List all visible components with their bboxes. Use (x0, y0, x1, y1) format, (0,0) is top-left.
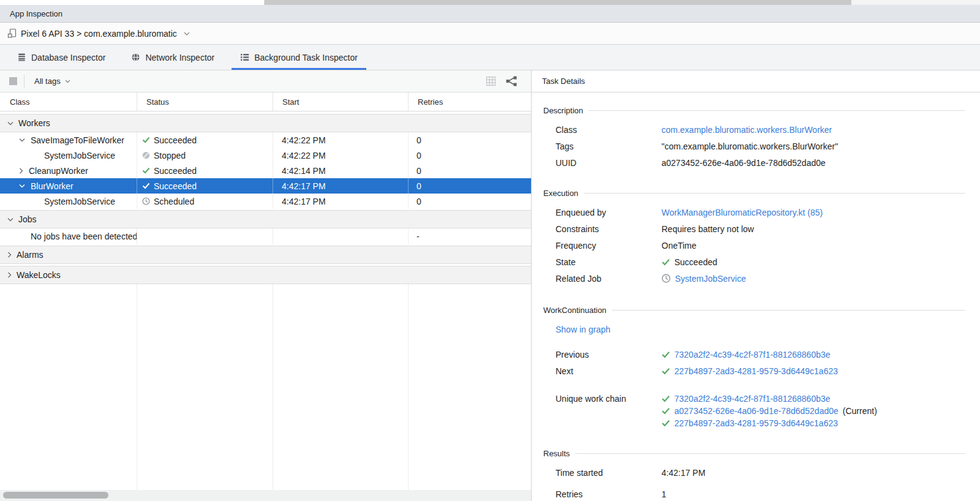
next-work-link[interactable]: 227b4897-2ad3-4281-9579-3d6449c1a623 (674, 366, 838, 376)
chevron-down-icon (184, 32, 190, 36)
column-header-retries[interactable]: Retries (409, 92, 531, 111)
section-rule (584, 193, 965, 194)
tab-label: Database Inspector (31, 53, 105, 62)
table-row[interactable]: SystemJobService Stopped 4:42:22 PM 0 (0, 148, 531, 163)
group-row-alarms[interactable]: Alarms (0, 246, 531, 264)
task-details-panel: Task Details Description Class com.examp… (532, 70, 980, 501)
task-details-header: Task Details (532, 70, 980, 92)
succeeded-icon (662, 351, 670, 358)
detail-row-related-job: Related Job SystemJobService (543, 270, 965, 287)
detail-row-uuid: UUID a0273452-626e-4a06-9d1e-78d6d52dad0… (543, 154, 965, 171)
all-tags-label: All tags (34, 77, 61, 86)
chain-entry: 7320a2f2-4c39-4c2f-87f1-881268860b3e (662, 393, 877, 405)
graph-view-icon[interactable] (506, 76, 518, 86)
succeeded-icon (142, 167, 150, 174)
uuid-value: a0273452-626e-4a06-9d1e-78d6d52dad0e (662, 158, 826, 168)
unique-work-chain: Unique work chain 7320a2f2-4c39-4c2f-87f… (543, 393, 965, 429)
worker-class: CleanupWorker (29, 166, 88, 176)
group-label: WakeLocks (17, 270, 61, 280)
succeeded-icon (662, 367, 670, 375)
top-strip-light (0, 0, 265, 5)
group-row-jobs[interactable]: Jobs (0, 210, 531, 228)
status-text: Succeeded (154, 135, 197, 145)
tab-network-inspector[interactable]: Network Inspector (123, 45, 223, 70)
table-row[interactable]: CleanupWorker Succeeded 4:42:14 PM 0 (0, 163, 531, 178)
table-body: Workers SaveImageToFileWorker Succeeded … (0, 111, 531, 501)
tab-database-inspector[interactable]: Database Inspector (9, 45, 114, 70)
chevron-down-icon[interactable] (19, 184, 25, 188)
globe-icon (131, 53, 140, 62)
chain-work-link[interactable]: 7320a2f2-4c39-4c2f-87f1-881268860b3e (674, 394, 831, 404)
enqueued-by-link[interactable]: WorkManagerBluromaticRepository.kt (85) (662, 208, 823, 217)
horizontal-scrollbar[interactable] (0, 490, 531, 501)
detail-row-retries: Retries 1 (543, 486, 965, 501)
view-mode-buttons (486, 76, 524, 86)
chevron-down-icon[interactable] (7, 217, 13, 222)
detail-row-time-started: Time started 4:42:17 PM (543, 464, 965, 481)
top-strip-dark (265, 0, 851, 5)
task-details-title: Task Details (542, 77, 585, 86)
tab-background-task-inspector[interactable]: Background Task Inspector (232, 45, 366, 70)
top-strip-right (851, 0, 980, 5)
time-started-value: 4:42:17 PM (662, 468, 706, 478)
chain-work-link[interactable]: a0273452-626e-4a06-9d1e-78d6d52dad0e (674, 406, 839, 416)
window-top-strip (0, 0, 980, 5)
column-divider (137, 284, 137, 490)
app-inspection-title: App Inspection (10, 9, 62, 18)
section-description: Description (543, 106, 965, 115)
previous-work-link[interactable]: 7320a2f2-4c39-4c2f-87f1-881268860b3e (674, 350, 831, 360)
table-row-selected[interactable]: BlurWorker Succeeded 4:42:17 PM 0 (0, 178, 531, 194)
database-icon (17, 53, 26, 62)
state-value: Succeeded (674, 257, 717, 267)
group-label: Alarms (17, 250, 43, 260)
status-text: Scheduled (154, 197, 194, 206)
show-in-graph-link[interactable]: Show in graph (556, 325, 611, 334)
results-retries-value: 1 (662, 489, 666, 499)
show-in-graph-row: Show in graph (543, 321, 965, 337)
group-row-workers[interactable]: Workers (0, 114, 531, 132)
class-link[interactable]: com.example.bluromatic.workers.BlurWorke… (662, 125, 832, 135)
table-toolbar: All tags (0, 70, 531, 92)
clock-icon (662, 274, 671, 283)
task-details-content: Description Class com.example.bluromatic… (532, 92, 980, 501)
chain-entry: 227b4897-2ad3-4281-9579-3d6449c1a623 (662, 417, 877, 429)
device-selector-bar[interactable]: Pixel 6 API 33 > com.example.bluromatic (0, 23, 980, 45)
column-header-status[interactable]: Status (137, 92, 273, 111)
chevron-down-icon[interactable] (19, 138, 25, 142)
retries-count: 0 (417, 197, 421, 206)
table-row-empty-jobs: No jobs have been detected - (0, 228, 531, 244)
scrollbar-thumb[interactable] (3, 492, 108, 499)
table-column-headers: Class Status Start Retries (0, 92, 531, 111)
related-job-link[interactable]: SystemJobService (675, 274, 746, 284)
column-header-class[interactable]: Class (0, 92, 137, 111)
table-row[interactable]: SaveImageToFileWorker Succeeded 4:42:22 … (0, 132, 531, 148)
column-header-start[interactable]: Start (273, 92, 409, 111)
task-table-panel: All tags (0, 70, 532, 501)
column-divider (408, 284, 409, 490)
detail-row-next: Next 227b4897-2ad3-4281-9579-3d6449c1a62… (543, 363, 965, 379)
table-row[interactable]: SystemJobService Scheduled 4:42:17 PM 0 (0, 194, 531, 209)
table-empty-area (0, 284, 531, 490)
status-text: Stopped (154, 151, 186, 160)
chevron-right-icon[interactable] (7, 272, 12, 278)
frequency-value: OneTime (662, 241, 696, 250)
device-selector-label: Pixel 6 API 33 > com.example.bluromatic (21, 29, 177, 39)
section-execution: Execution (543, 189, 965, 198)
chain-work-link[interactable]: 227b4897-2ad3-4281-9579-3d6449c1a623 (674, 418, 838, 428)
retries-count: 0 (417, 181, 421, 191)
stop-inspection-icon[interactable] (9, 77, 17, 85)
status-text: Succeeded (154, 181, 197, 191)
succeeded-icon (142, 137, 150, 143)
section-work-continuation: WorkContinuation (543, 306, 965, 315)
table-view-icon[interactable] (486, 76, 496, 86)
retries-count: 0 (417, 135, 421, 145)
section-rule (589, 110, 965, 111)
chevron-right-icon[interactable] (7, 252, 12, 258)
toolbar-divider (24, 75, 24, 88)
all-tags-dropdown[interactable]: All tags (34, 77, 70, 86)
group-row-wakelocks[interactable]: WakeLocks (0, 266, 531, 284)
chevron-right-icon[interactable] (19, 168, 23, 174)
retries-count: 0 (417, 166, 421, 176)
constraints-value: Requires battery not low (662, 224, 754, 234)
chevron-down-icon[interactable] (7, 121, 13, 126)
